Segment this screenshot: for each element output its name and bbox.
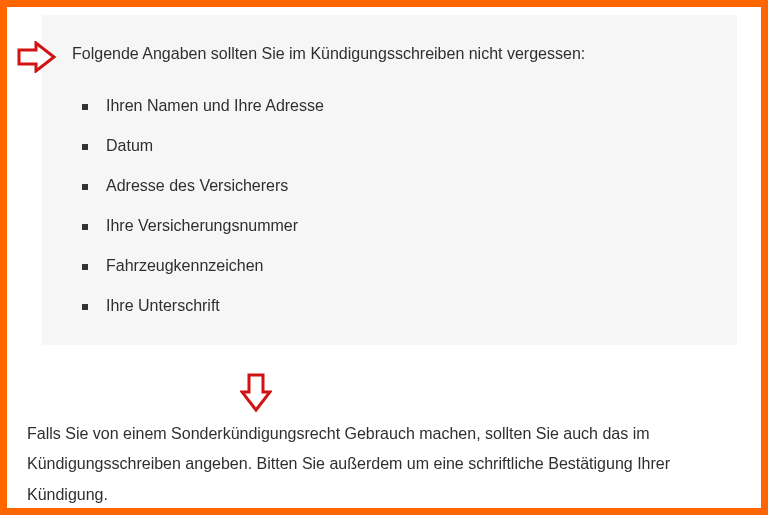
list-item: Fahrzeugkennzeichen <box>106 257 707 275</box>
list-item: Adresse des Versicherers <box>106 177 707 195</box>
arrow-down-icon <box>240 372 272 414</box>
list-item: Ihre Unterschrift <box>106 297 707 315</box>
requirements-list: Ihren Namen und Ihre Adresse Datum Adres… <box>72 97 707 315</box>
list-item: Ihre Versicherungsnummer <box>106 217 707 235</box>
list-item: Datum <box>106 137 707 155</box>
svg-marker-0 <box>19 43 54 71</box>
svg-marker-1 <box>242 375 270 410</box>
arrow-right-icon <box>16 41 58 73</box>
info-box: Folgende Angaben sollten Sie im Kündigun… <box>42 15 737 345</box>
list-item: Ihren Namen und Ihre Adresse <box>106 97 707 115</box>
bottom-paragraph: Falls Sie von einem Sonderkündigungsrech… <box>27 419 747 510</box>
intro-text: Folgende Angaben sollten Sie im Kündigun… <box>72 45 707 63</box>
